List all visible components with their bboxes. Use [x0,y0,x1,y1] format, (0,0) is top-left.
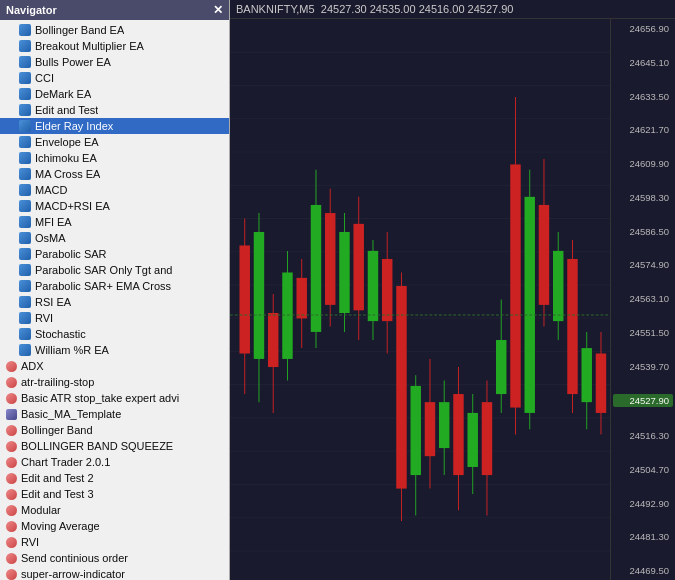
nav-item-label: BOLLINGER BAND SQUEEZE [21,440,173,452]
svg-rect-22 [268,313,278,367]
nav-item-label: William %R EA [35,344,109,356]
ea-icon [18,151,32,165]
nav-item-macd[interactable]: MACD [0,182,229,198]
nav-item-breakout-multiplier-ea[interactable]: Breakout Multiplier EA [0,38,229,54]
candlestick-chart [230,19,610,580]
nav-item-label: Modular [21,504,61,516]
nav-item-label: Basic ATR stop_take expert advi [21,392,179,404]
nav-item-send-continious-order[interactable]: Send continious order [0,550,229,566]
nav-item-edit-and-test-3[interactable]: Edit and Test 3 [0,486,229,502]
ea-icon [18,263,32,277]
svg-rect-68 [596,354,606,413]
nav-item-chart-trader-2[interactable]: Chart Trader 2.0.1 [0,454,229,470]
ea-icon [18,215,32,229]
nav-item-label: RSI EA [35,296,71,308]
svg-rect-54 [496,340,506,394]
ea-icon [18,295,32,309]
price-level: 24551.50 [613,327,673,338]
nav-item-label: Bollinger Band EA [35,24,124,36]
nav-item-bollinger-band-squeeze[interactable]: BOLLINGER BAND SQUEEZE [0,438,229,454]
chart-area: BANKNIFTY,M5 24527.30 24535.00 24516.00 … [230,0,675,580]
svg-rect-18 [240,245,250,353]
ea2-icon [4,503,18,517]
nav-item-macd-rsi-ea[interactable]: MACD+RSI EA [0,198,229,214]
nav-item-parabolic-sar-plus[interactable]: Parabolic SAR+ EMA Cross [0,278,229,294]
nav-item-parabolic-sar-only[interactable]: Parabolic SAR Only Tgt and [0,262,229,278]
price-level: 24504.70 [613,464,673,475]
price-level: 24574.90 [613,259,673,270]
ea-icon [18,167,32,181]
svg-rect-28 [311,205,321,332]
nav-item-rsi-ea[interactable]: RSI EA [0,294,229,310]
nav-item-label: Envelope EA [35,136,99,148]
svg-rect-40 [396,286,406,489]
nav-item-ichimoku-ea[interactable]: Ichimoku EA [0,150,229,166]
svg-rect-46 [439,402,449,448]
nav-item-cci[interactable]: CCI [0,70,229,86]
price-level: 24633.50 [613,91,673,102]
nav-item-modular[interactable]: Modular [0,502,229,518]
chart-canvas-area[interactable] [230,19,610,580]
nav-item-bollinger-band-ea[interactable]: Bollinger Band EA [0,22,229,38]
chart-title: BANKNIFTY,M5 24527.30 24535.00 24516.00 … [236,3,513,15]
nav-item-basic-ma-template[interactable]: Basic_MA_Template [0,406,229,422]
svg-rect-48 [453,394,463,475]
price-level: 24563.10 [613,293,673,304]
nav-item-label: Chart Trader 2.0.1 [21,456,110,468]
nav-item-label: MACD+RSI EA [35,200,110,212]
ea2-icon [4,455,18,469]
nav-item-rvi2[interactable]: RVI [0,534,229,550]
nav-item-atr-trailing-stop[interactable]: atr-trailing-stop [0,374,229,390]
nav-item-adx[interactable]: ADX [0,358,229,374]
nav-item-super-arrow-indicator[interactable]: super-arrow-indicator [0,566,229,580]
ea-icon [18,119,32,133]
nav-item-label: Parabolic SAR Only Tgt and [35,264,172,276]
price-level: 24539.70 [613,361,673,372]
nav-item-bollinger-band[interactable]: Bollinger Band [0,422,229,438]
nav-item-parabolic-sar[interactable]: Parabolic SAR [0,246,229,262]
svg-rect-36 [368,251,378,321]
nav-item-demark-ea[interactable]: DeMark EA [0,86,229,102]
nav-item-mfi-ea[interactable]: MFI EA [0,214,229,230]
chart-header: BANKNIFTY,M5 24527.30 24535.00 24516.00 … [230,0,675,19]
svg-rect-56 [510,164,520,407]
nav-item-basic-atr-stop[interactable]: Basic ATR stop_take expert advi [0,390,229,406]
nav-item-moving-average[interactable]: Moving Average [0,518,229,534]
navigator-close-button[interactable]: ✕ [213,3,223,17]
svg-rect-58 [525,197,535,413]
nav-item-label: Elder Ray Index [35,120,113,132]
nav-item-label: Bollinger Band [21,424,93,436]
nav-item-william-r-ea[interactable]: William %R EA [0,342,229,358]
ea-icon [18,311,32,325]
svg-rect-62 [553,251,563,321]
nav-item-edit-and-test-2[interactable]: Edit and Test 2 [0,470,229,486]
nav-item-osma[interactable]: OsMA [0,230,229,246]
nav-item-stochastic[interactable]: Stochastic [0,326,229,342]
nav-item-rvi[interactable]: RVI [0,310,229,326]
ea-icon [18,135,32,149]
nav-item-label: OsMA [35,232,66,244]
ea-icon [18,279,32,293]
ea-icon [18,71,32,85]
svg-rect-42 [411,386,421,475]
ea-icon [18,327,32,341]
ea-icon [18,183,32,197]
price-level: 24645.10 [613,57,673,68]
nav-item-ma-cross-ea[interactable]: MA Cross EA [0,166,229,182]
nav-item-bulls-power-ea[interactable]: Bulls Power EA [0,54,229,70]
price-level: 24586.50 [613,226,673,237]
ea-icon [18,87,32,101]
nav-item-label: Parabolic SAR [35,248,107,260]
nav-item-label: Breakout Multiplier EA [35,40,144,52]
nav-item-label: RVI [21,536,39,548]
nav-item-elder-ray-index[interactable]: Elder Ray Index [0,118,229,134]
svg-rect-24 [282,272,292,358]
navigator-header: Navigator ✕ [0,0,229,20]
ea2-icon [4,391,18,405]
ea-icon [18,55,32,69]
nav-item-edit-and-test[interactable]: Edit and Test [0,102,229,118]
price-level: 24656.90 [613,23,673,34]
navigator-tree[interactable]: Bollinger Band EABreakout Multiplier EAB… [0,20,229,580]
nav-item-envelope-ea[interactable]: Envelope EA [0,134,229,150]
price-level: 24469.50 [613,565,673,576]
